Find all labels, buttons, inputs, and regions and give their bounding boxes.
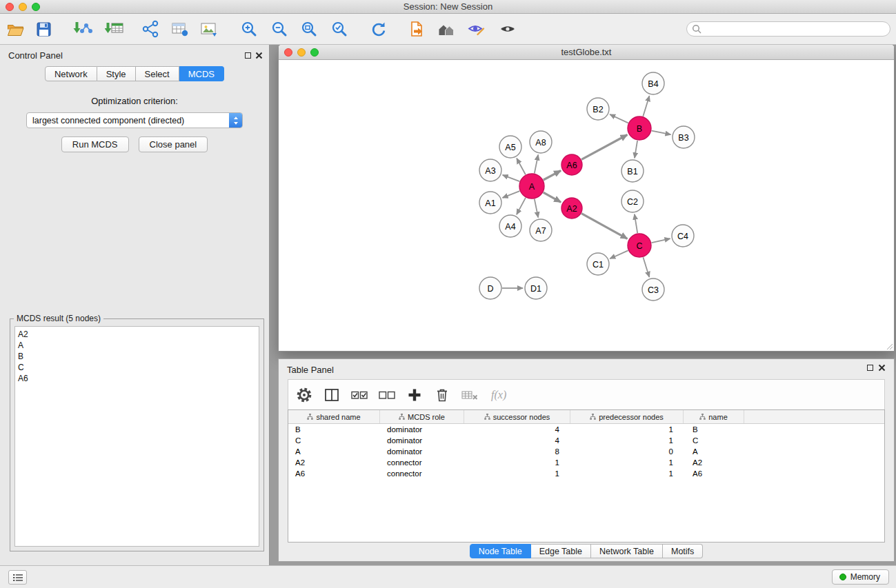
mcds-result-item[interactable]: A2 <box>18 329 259 340</box>
add-row-button[interactable] <box>406 386 424 404</box>
search-field[interactable] <box>686 21 890 37</box>
graph-node-A1[interactable]: A1 <box>479 192 501 214</box>
graph-edge-A-A6[interactable] <box>544 171 561 181</box>
tab-node-table[interactable]: Node Table <box>470 544 531 558</box>
delete-table-button[interactable] <box>461 386 479 404</box>
run-mcds-button[interactable]: Run MCDS <box>61 136 129 152</box>
network-window-titlebar[interactable]: testGlobe.txt <box>279 45 894 60</box>
column-header-predecessor-nodes[interactable]: name predecessor nodes <box>570 410 684 423</box>
graph-edge-A-A7[interactable] <box>535 199 538 218</box>
zoom-selected-button[interactable] <box>328 17 351 41</box>
dropdown-stepper[interactable] <box>229 112 242 128</box>
graph-node-A2[interactable]: A2 <box>561 198 582 219</box>
table-row[interactable]: A2connector11A2 <box>288 457 884 468</box>
mcds-result-item[interactable]: A <box>18 340 259 351</box>
tab-style[interactable]: Style <box>97 66 136 81</box>
graph-edge-B-B4[interactable] <box>643 96 649 116</box>
graph-edge-A-A4[interactable] <box>517 198 526 214</box>
apply-layout-button[interactable] <box>366 17 390 41</box>
network-graph[interactable]: B4B2BB3A5A8A6B1A3AC2A1A2A4A7C4CC1C3DD1 <box>279 60 894 351</box>
network-minimize-button[interactable] <box>297 48 306 57</box>
float-panel-icon[interactable] <box>245 52 251 59</box>
graph-node-A7[interactable]: A7 <box>530 219 552 241</box>
graph-node-B[interactable]: B <box>628 116 651 140</box>
graph-edge-B-B2[interactable] <box>610 114 628 123</box>
zoom-out-button[interactable] <box>268 17 291 41</box>
graph-node-B3[interactable]: B3 <box>673 126 695 148</box>
column-header-mcds-role[interactable]: MCDS role <box>380 410 464 423</box>
column-header-successor-nodes[interactable]: successor nodes <box>464 410 570 423</box>
graph-node-A8[interactable]: A8 <box>530 131 552 153</box>
graph-node-C2[interactable]: C2 <box>621 190 644 212</box>
zoom-fit-button[interactable] <box>297 17 321 41</box>
minimize-window-button[interactable] <box>19 3 27 11</box>
mcds-result-item[interactable]: C <box>18 362 259 373</box>
graph-node-B2[interactable]: B2 <box>587 98 609 120</box>
float-table-panel-icon[interactable] <box>867 365 873 371</box>
new-network-button[interactable] <box>139 17 162 41</box>
criterion-dropdown[interactable]: largest connected component (directed) <box>26 112 243 128</box>
table-row[interactable]: Bdominator41B <box>288 424 884 435</box>
graphics-details-button[interactable] <box>464 17 488 41</box>
close-panel-button[interactable]: Close panel <box>139 136 208 152</box>
export-image-button[interactable] <box>197 17 221 41</box>
column-header-shared-name[interactable]: shared name <box>288 410 380 423</box>
graph-edge-C-C2[interactable] <box>635 214 637 233</box>
zoom-window-button[interactable] <box>32 3 40 11</box>
tab-network[interactable]: Network <box>45 66 97 81</box>
graph-edge-A-A3[interactable] <box>503 175 520 181</box>
new-network-table-button[interactable] <box>168 17 191 41</box>
graph-edge-C-C4[interactable] <box>652 239 670 243</box>
tab-mcds[interactable]: MCDS <box>179 66 224 81</box>
close-panel-icon[interactable] <box>255 52 263 59</box>
graph-edge-B-B3[interactable] <box>652 131 671 135</box>
graph-edge-A2-C[interactable] <box>581 214 628 239</box>
graph-node-A6[interactable]: A6 <box>561 154 582 175</box>
graph-edge-B-B1[interactable] <box>635 141 637 158</box>
mcds-result-item[interactable]: B <box>18 351 259 362</box>
network-canvas[interactable]: B4B2BB3A5A8A6B1A3AC2A1A2A4A7C4CC1C3DD1 <box>279 60 894 351</box>
open-document-button[interactable] <box>406 17 429 41</box>
graph-node-D1[interactable]: D1 <box>525 277 547 299</box>
tab-select[interactable]: Select <box>136 66 179 81</box>
home-networks-button[interactable] <box>435 17 458 41</box>
function-builder-button[interactable]: f(x) <box>488 389 506 401</box>
close-table-panel-icon[interactable] <box>878 364 886 372</box>
table-row[interactable]: A6connector11A6 <box>288 468 884 479</box>
show-hide-panel-button[interactable] <box>496 17 519 41</box>
resize-grip-icon[interactable] <box>885 342 893 350</box>
graph-edge-A-A1[interactable] <box>503 191 520 198</box>
graph-node-C1[interactable]: C1 <box>587 253 609 275</box>
memory-button[interactable]: Memory <box>832 569 889 585</box>
search-input[interactable] <box>704 23 890 35</box>
graph-node-B1[interactable]: B1 <box>621 160 644 182</box>
import-network-button[interactable] <box>71 17 94 41</box>
graph-edge-C-C1[interactable] <box>610 250 628 258</box>
zoom-in-button[interactable] <box>237 17 261 41</box>
graph-node-A4[interactable]: A4 <box>499 215 521 237</box>
graph-node-A[interactable]: A <box>519 174 544 199</box>
table-row[interactable]: Adominator80A <box>288 446 884 457</box>
graph-edge-A-A5[interactable] <box>517 159 526 175</box>
tab-network-table[interactable]: Network Table <box>591 544 663 558</box>
graph-node-A3[interactable]: A3 <box>479 159 501 181</box>
column-header-name[interactable]: name <box>684 410 744 423</box>
task-history-button[interactable] <box>8 570 27 585</box>
graph-node-B4[interactable]: B4 <box>642 72 664 94</box>
save-session-button[interactable] <box>32 17 55 41</box>
graph-node-D[interactable]: D <box>479 277 501 299</box>
graph-node-C[interactable]: C <box>628 234 651 257</box>
graph-edge-C-C3[interactable] <box>643 257 649 277</box>
tab-motifs[interactable]: Motifs <box>663 544 703 558</box>
graph-node-C4[interactable]: C4 <box>672 225 694 247</box>
deselect-all-rows-button[interactable] <box>378 386 396 404</box>
network-close-button[interactable] <box>284 48 292 57</box>
graph-node-C3[interactable]: C3 <box>642 278 664 301</box>
show-columns-button[interactable] <box>323 386 341 404</box>
graph-edge-A-A2[interactable] <box>544 192 561 202</box>
mcds-result-item[interactable]: A6 <box>18 373 259 384</box>
graph-node-A5[interactable]: A5 <box>499 136 521 158</box>
delete-rows-button[interactable] <box>433 386 451 404</box>
close-window-button[interactable] <box>6 3 14 11</box>
network-zoom-button[interactable] <box>310 48 319 57</box>
